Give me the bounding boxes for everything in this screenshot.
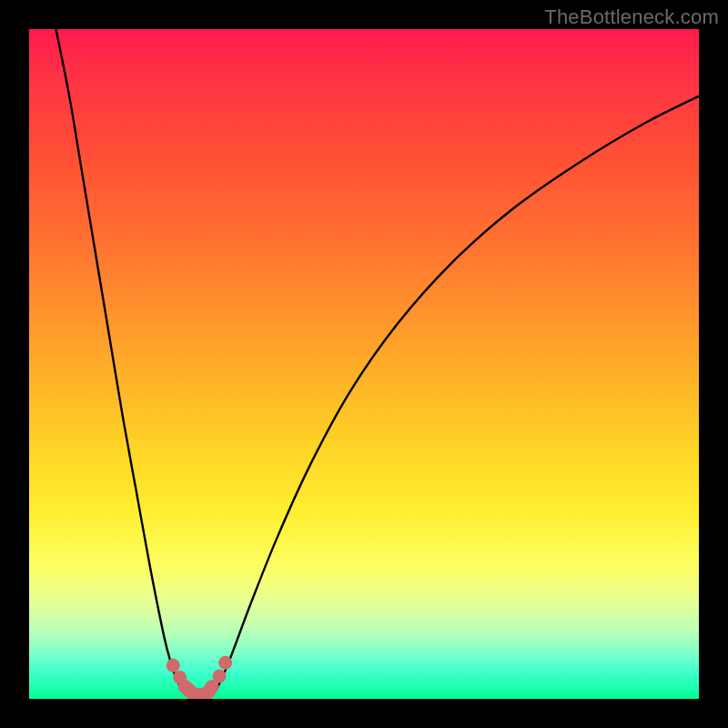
valley-dot [218,656,232,670]
valley-dot [213,669,227,682]
valley-dot [178,680,192,693]
curve-left-branch [56,29,189,695]
chart-plot-area [29,29,699,699]
chart-svg [29,29,699,699]
valley-dot [167,659,180,672]
curve-right-branch [210,96,699,696]
watermark-text: TheBottleneck.com [544,5,719,29]
valley-marker-dots [167,656,232,693]
